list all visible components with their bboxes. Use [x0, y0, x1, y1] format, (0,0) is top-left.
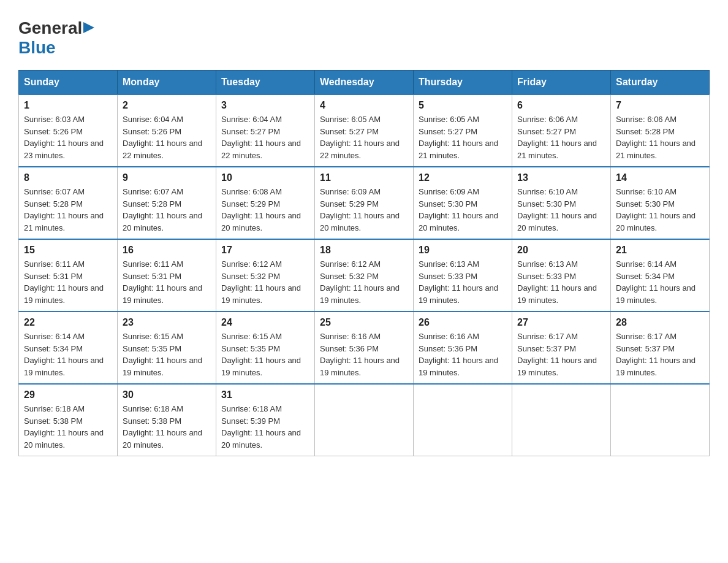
- day-number: 22: [24, 317, 112, 328]
- day-info: Sunrise: 6:03 AMSunset: 5:26 PMDaylight:…: [24, 113, 112, 161]
- day-number: 27: [517, 317, 605, 328]
- logo-general-text: General: [18, 18, 82, 38]
- day-number: 24: [221, 317, 309, 328]
- calendar-cell: 14Sunrise: 6:10 AMSunset: 5:30 PMDayligh…: [611, 167, 710, 239]
- day-info: Sunrise: 6:11 AMSunset: 5:31 PMDaylight:…: [123, 258, 211, 306]
- calendar-cell: 9Sunrise: 6:07 AMSunset: 5:28 PMDaylight…: [118, 167, 216, 239]
- calendar-cell: 16Sunrise: 6:11 AMSunset: 5:31 PMDayligh…: [118, 239, 216, 312]
- day-info: Sunrise: 6:14 AMSunset: 5:34 PMDaylight:…: [616, 258, 704, 306]
- day-number: 3: [221, 100, 309, 111]
- calendar-cell: 1Sunrise: 6:03 AMSunset: 5:26 PMDaylight…: [19, 94, 118, 167]
- day-number: 21: [616, 245, 704, 256]
- day-number: 18: [320, 245, 408, 256]
- day-number: 9: [123, 172, 211, 183]
- calendar-cell: 5Sunrise: 6:05 AMSunset: 5:27 PMDaylight…: [414, 94, 512, 167]
- day-info: Sunrise: 6:18 AMSunset: 5:39 PMDaylight:…: [221, 403, 309, 451]
- day-info: Sunrise: 6:14 AMSunset: 5:34 PMDaylight:…: [24, 331, 112, 378]
- day-info: Sunrise: 6:09 AMSunset: 5:29 PMDaylight:…: [320, 186, 408, 234]
- header-monday: Monday: [118, 71, 216, 95]
- day-info: Sunrise: 6:06 AMSunset: 5:27 PMDaylight:…: [517, 113, 605, 161]
- day-info: Sunrise: 6:11 AMSunset: 5:31 PMDaylight:…: [24, 258, 112, 306]
- header-friday: Friday: [512, 71, 611, 95]
- logo-blue-text: Blue: [18, 38, 56, 57]
- calendar-cell: 21Sunrise: 6:14 AMSunset: 5:34 PMDayligh…: [611, 239, 710, 312]
- day-info: Sunrise: 6:04 AMSunset: 5:26 PMDaylight:…: [123, 113, 211, 161]
- day-number: 12: [419, 172, 507, 183]
- day-number: 25: [320, 317, 408, 328]
- day-info: Sunrise: 6:09 AMSunset: 5:30 PMDaylight:…: [419, 186, 507, 234]
- week-row-4: 22Sunrise: 6:14 AMSunset: 5:34 PMDayligh…: [19, 312, 710, 384]
- calendar-cell: 25Sunrise: 6:16 AMSunset: 5:36 PMDayligh…: [315, 312, 414, 384]
- calendar-cell: 30Sunrise: 6:18 AMSunset: 5:38 PMDayligh…: [118, 384, 216, 456]
- day-number: 31: [221, 389, 309, 400]
- header-tuesday: Tuesday: [216, 71, 315, 95]
- day-number: 10: [221, 172, 309, 183]
- calendar-cell: 31Sunrise: 6:18 AMSunset: 5:39 PMDayligh…: [216, 384, 315, 456]
- calendar-cell: 2Sunrise: 6:04 AMSunset: 5:26 PMDaylight…: [118, 94, 216, 167]
- day-number: 29: [24, 389, 112, 400]
- day-info: Sunrise: 6:07 AMSunset: 5:28 PMDaylight:…: [24, 186, 112, 234]
- day-info: Sunrise: 6:05 AMSunset: 5:27 PMDaylight:…: [320, 113, 408, 161]
- calendar-cell: 22Sunrise: 6:14 AMSunset: 5:34 PMDayligh…: [19, 312, 118, 384]
- day-number: 1: [24, 100, 112, 111]
- day-info: Sunrise: 6:16 AMSunset: 5:36 PMDaylight:…: [419, 331, 507, 378]
- day-number: 26: [419, 317, 507, 328]
- calendar-cell: 3Sunrise: 6:04 AMSunset: 5:27 PMDaylight…: [216, 94, 315, 167]
- calendar-cell: [512, 384, 611, 456]
- day-number: 17: [221, 245, 309, 256]
- header-saturday: Saturday: [611, 71, 710, 95]
- header-row: SundayMondayTuesdayWednesdayThursdayFrid…: [19, 71, 710, 95]
- week-row-1: 1Sunrise: 6:03 AMSunset: 5:26 PMDaylight…: [19, 94, 710, 167]
- header-wednesday: Wednesday: [315, 71, 414, 95]
- logo: General Blue: [18, 18, 94, 58]
- day-info: Sunrise: 6:17 AMSunset: 5:37 PMDaylight:…: [517, 331, 605, 378]
- day-number: 16: [123, 245, 211, 256]
- day-number: 8: [24, 172, 112, 183]
- calendar-cell: [611, 384, 710, 456]
- day-number: 2: [123, 100, 211, 111]
- day-number: 19: [419, 245, 507, 256]
- day-info: Sunrise: 6:15 AMSunset: 5:35 PMDaylight:…: [221, 331, 309, 378]
- calendar-cell: 17Sunrise: 6:12 AMSunset: 5:32 PMDayligh…: [216, 239, 315, 312]
- header-thursday: Thursday: [414, 71, 512, 95]
- day-number: 13: [517, 172, 605, 183]
- calendar-cell: 6Sunrise: 6:06 AMSunset: 5:27 PMDaylight…: [512, 94, 611, 167]
- calendar-cell: 29Sunrise: 6:18 AMSunset: 5:38 PMDayligh…: [19, 384, 118, 456]
- day-info: Sunrise: 6:16 AMSunset: 5:36 PMDaylight:…: [320, 331, 408, 378]
- day-info: Sunrise: 6:12 AMSunset: 5:32 PMDaylight:…: [221, 258, 309, 306]
- calendar-cell: 7Sunrise: 6:06 AMSunset: 5:28 PMDaylight…: [611, 94, 710, 167]
- week-row-5: 29Sunrise: 6:18 AMSunset: 5:38 PMDayligh…: [19, 384, 710, 456]
- calendar-cell: 19Sunrise: 6:13 AMSunset: 5:33 PMDayligh…: [414, 239, 512, 312]
- day-info: Sunrise: 6:08 AMSunset: 5:29 PMDaylight:…: [221, 186, 309, 234]
- day-info: Sunrise: 6:13 AMSunset: 5:33 PMDaylight:…: [517, 258, 605, 306]
- svg-marker-0: [83, 22, 94, 33]
- day-number: 23: [123, 317, 211, 328]
- day-info: Sunrise: 6:18 AMSunset: 5:38 PMDaylight:…: [24, 403, 112, 451]
- day-number: 6: [517, 100, 605, 111]
- day-number: 7: [616, 100, 704, 111]
- day-number: 14: [616, 172, 704, 183]
- calendar-cell: 20Sunrise: 6:13 AMSunset: 5:33 PMDayligh…: [512, 239, 611, 312]
- day-info: Sunrise: 6:15 AMSunset: 5:35 PMDaylight:…: [123, 331, 211, 378]
- day-info: Sunrise: 6:07 AMSunset: 5:28 PMDaylight:…: [123, 186, 211, 234]
- week-row-2: 8Sunrise: 6:07 AMSunset: 5:28 PMDaylight…: [19, 167, 710, 239]
- day-number: 20: [517, 245, 605, 256]
- day-number: 5: [419, 100, 507, 111]
- calendar-cell: 13Sunrise: 6:10 AMSunset: 5:30 PMDayligh…: [512, 167, 611, 239]
- week-row-3: 15Sunrise: 6:11 AMSunset: 5:31 PMDayligh…: [19, 239, 710, 312]
- day-info: Sunrise: 6:05 AMSunset: 5:27 PMDaylight:…: [419, 113, 507, 161]
- day-info: Sunrise: 6:13 AMSunset: 5:33 PMDaylight:…: [419, 258, 507, 306]
- calendar-cell: 24Sunrise: 6:15 AMSunset: 5:35 PMDayligh…: [216, 312, 315, 384]
- day-number: 30: [123, 389, 211, 400]
- day-info: Sunrise: 6:12 AMSunset: 5:32 PMDaylight:…: [320, 258, 408, 306]
- calendar-cell: [315, 384, 414, 456]
- logo-triangle-icon: [83, 22, 94, 36]
- calendar-cell: 12Sunrise: 6:09 AMSunset: 5:30 PMDayligh…: [414, 167, 512, 239]
- day-info: Sunrise: 6:04 AMSunset: 5:27 PMDaylight:…: [221, 113, 309, 161]
- day-info: Sunrise: 6:06 AMSunset: 5:28 PMDaylight:…: [616, 113, 704, 161]
- day-number: 15: [24, 245, 112, 256]
- day-info: Sunrise: 6:18 AMSunset: 5:38 PMDaylight:…: [123, 403, 211, 451]
- day-info: Sunrise: 6:10 AMSunset: 5:30 PMDaylight:…: [517, 186, 605, 234]
- day-info: Sunrise: 6:17 AMSunset: 5:37 PMDaylight:…: [616, 331, 704, 378]
- calendar-table: SundayMondayTuesdayWednesdayThursdayFrid…: [18, 70, 710, 456]
